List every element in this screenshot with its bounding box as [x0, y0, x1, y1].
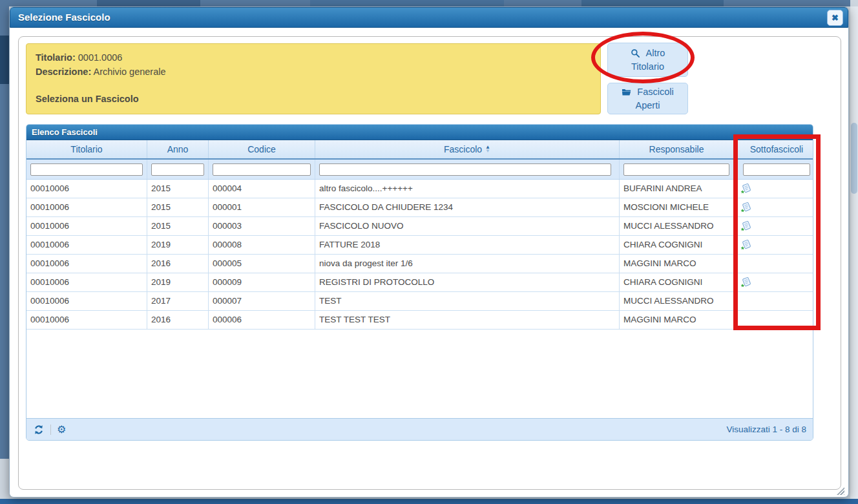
- column-header-titolario[interactable]: Titolario: [26, 140, 147, 158]
- cell-fascicolo: TEST: [315, 292, 620, 310]
- cell-sottofascicoli: [734, 292, 813, 310]
- subfascicoli-icon[interactable]: [740, 220, 752, 232]
- search-icon: [631, 48, 640, 58]
- action-buttons: Altro Titolario Fascicoli Aperti: [607, 43, 688, 114]
- cell-responsabile: MAGGINI MARCO: [620, 255, 734, 273]
- titolario-value: 0001.0006: [78, 52, 123, 63]
- cell-responsabile: CHIARA COGNIGNI: [620, 273, 734, 291]
- table-row[interactable]: 00010006 2015 000001 FASCICOLO DA CHIUDE…: [26, 198, 813, 217]
- fascicoli-aperti-label-line2: Aperti: [636, 99, 660, 112]
- filter-input-titolario[interactable]: [30, 163, 143, 176]
- refresh-icon[interactable]: [33, 424, 45, 436]
- page-background-left: [0, 0, 9, 459]
- cell-responsabile: MUCCI ALESSANDRO: [620, 292, 734, 310]
- cell-fascicolo: FASCICOLO DA CHIUDERE 1234: [315, 198, 620, 216]
- cell-fascicolo: TEST TEST TEST: [315, 311, 620, 329]
- table-row[interactable]: 00010006 2015 000004 altro fascicolo....…: [26, 180, 813, 198]
- dialog-content-panel: Titolario: 0001.0006 Descrizione: Archiv…: [18, 36, 841, 490]
- cell-sottofascicoli: [734, 198, 813, 216]
- filter-input-responsabile[interactable]: [623, 163, 729, 176]
- titolario-info-box: Titolario: 0001.0006 Descrizione: Archiv…: [26, 43, 601, 114]
- grid-header-row: Titolario Anno Codice Fascicolo ▲ ▼ Resp…: [26, 140, 813, 160]
- descrizione-line: Descrizione: Archivio generale: [36, 65, 591, 79]
- close-button[interactable]: ✖: [827, 10, 843, 26]
- table-row[interactable]: 00010006 2019 000009 REGISTRI DI PROTOCO…: [26, 273, 813, 292]
- dialog-title: Selezione Fascicolo: [10, 8, 110, 27]
- table-row[interactable]: 00010006 2015 000003 FASCICOLO NUOVO MUC…: [26, 217, 813, 236]
- pager-separator: [50, 425, 51, 435]
- dialog-header: Selezione Fascicolo ✖: [10, 7, 848, 28]
- cell-anno: 2016: [147, 311, 209, 329]
- cell-anno: 2015: [147, 198, 209, 216]
- column-header-responsabile[interactable]: Responsabile: [620, 140, 734, 158]
- cell-fascicolo: FASCICOLO NUOVO: [315, 217, 620, 235]
- dialog-body: Titolario: 0001.0006 Descrizione: Archiv…: [10, 28, 848, 498]
- column-header-fascicolo[interactable]: Fascicolo ▲ ▼: [315, 140, 620, 158]
- cell-codice: 000005: [209, 255, 315, 273]
- subfascicoli-icon[interactable]: [740, 202, 752, 213]
- table-row[interactable]: 00010006 2016 000006 TEST TEST TEST MAGG…: [26, 311, 813, 330]
- cell-anno: 2016: [147, 255, 209, 273]
- cell-fascicolo: altro fascicolo....++++++: [315, 180, 620, 198]
- cell-titolario: 00010006: [26, 217, 147, 235]
- cell-titolario: 00010006: [26, 255, 147, 273]
- selezione-fascicolo-dialog: Selezione Fascicolo ✖ Titolario: 0001.00…: [9, 6, 849, 498]
- cell-codice: 000009: [209, 273, 315, 291]
- cell-fascicolo: FATTURE 2018: [315, 236, 620, 254]
- filter-input-anno[interactable]: [151, 163, 204, 176]
- gear-icon[interactable]: ⚙: [57, 424, 66, 436]
- cell-responsabile: MAGGINI MARCO: [620, 311, 734, 329]
- subfascicoli-icon[interactable]: [740, 183, 752, 194]
- cell-sottofascicoli: [734, 236, 813, 254]
- grid-filter-row: [26, 160, 813, 180]
- cell-titolario: 00010006: [26, 198, 147, 216]
- cell-titolario: 00010006: [26, 273, 147, 291]
- table-row[interactable]: 00010006 2016 000005 niova da progest it…: [26, 255, 813, 273]
- column-header-anno[interactable]: Anno: [147, 140, 209, 158]
- cell-titolario: 00010006: [26, 236, 147, 254]
- cell-codice: 000001: [209, 198, 315, 216]
- scrollbar-thumb[interactable]: [851, 123, 857, 194]
- altro-titolario-label-line1: Altro: [646, 47, 665, 60]
- cell-codice: 000004: [209, 180, 315, 198]
- cell-anno: 2019: [147, 236, 209, 254]
- filter-input-fascicolo[interactable]: [319, 163, 611, 176]
- cell-sottofascicoli: [734, 311, 813, 329]
- filter-input-codice[interactable]: [213, 163, 311, 176]
- cell-sottofascicoli: [734, 273, 813, 291]
- grid-body: 00010006 2015 000004 altro fascicolo....…: [26, 180, 813, 418]
- titolario-line: Titolario: 0001.0006: [36, 50, 591, 65]
- table-row[interactable]: 00010006 2017 000007 TEST MUCCI ALESSAND…: [26, 292, 813, 311]
- cell-responsabile: CHIARA COGNIGNI: [620, 236, 734, 254]
- subfascicoli-icon[interactable]: [740, 239, 752, 251]
- pager-status: Visualizzati 1 - 8 di 8: [726, 425, 806, 434]
- seleziona-prompt: Seleziona un Fascicolo: [36, 92, 591, 106]
- grid-caption: Elenco Fascicoli: [26, 125, 813, 140]
- cell-sottofascicoli: [734, 255, 813, 273]
- sort-desc-icon: ▼: [485, 149, 490, 153]
- cell-codice: 000006: [209, 311, 315, 329]
- cell-anno: 2019: [147, 273, 209, 291]
- subfascicoli-icon[interactable]: [740, 277, 752, 288]
- fascicoli-aperti-button[interactable]: Fascicoli Aperti: [607, 83, 688, 114]
- descrizione-label: Descrizione:: [36, 67, 91, 77]
- column-header-codice[interactable]: Codice: [209, 140, 315, 158]
- table-row[interactable]: 00010006 2019 000008 FATTURE 2018 CHIARA…: [26, 236, 813, 255]
- cell-anno: 2015: [147, 217, 209, 235]
- cell-fascicolo: niova da progest iter 1/6: [315, 255, 620, 273]
- altro-titolario-button[interactable]: Altro Titolario: [607, 43, 688, 77]
- cell-titolario: 00010006: [26, 180, 147, 198]
- column-header-sottofascicoli[interactable]: Sottofascicoli: [734, 140, 813, 158]
- cell-fascicolo: REGISTRI DI PROTOCOLLO: [315, 273, 620, 291]
- background-scrollbar: [850, 6, 858, 499]
- cell-responsabile: BUFARINI ANDREA: [620, 180, 734, 198]
- cell-codice: 000007: [209, 292, 315, 310]
- close-icon: ✖: [832, 13, 839, 23]
- cell-responsabile: MUCCI ALESSANDRO: [620, 217, 734, 235]
- page-background-top: [0, 0, 850, 6]
- cell-codice: 000008: [209, 236, 315, 254]
- filter-input-sottofascicoli[interactable]: [743, 163, 810, 176]
- cell-sottofascicoli: [734, 180, 813, 198]
- cell-titolario: 00010006: [26, 292, 147, 310]
- titolario-label: Titolario:: [36, 52, 76, 63]
